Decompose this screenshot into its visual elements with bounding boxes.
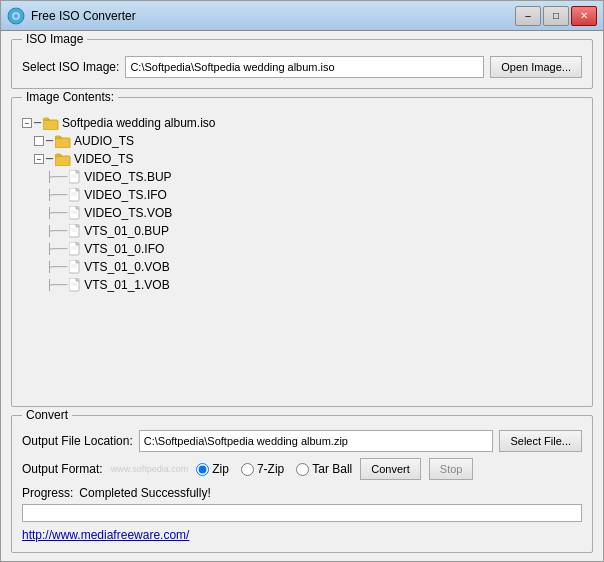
convert-group-label: Convert	[22, 408, 72, 422]
expand-icon[interactable]: −	[34, 154, 44, 164]
tree-item-label: VTS_01_0.VOB	[84, 258, 169, 276]
radio-label-zip: Zip	[212, 462, 229, 476]
tree-item-label: VIDEO_TS.VOB	[84, 204, 172, 222]
tree-item-label: VTS_01_1.VOB	[84, 276, 169, 294]
tree-item[interactable]: ├── VIDEO_TS.VOB	[22, 204, 582, 222]
file-icon	[69, 204, 81, 222]
content-area: ISO Image Select ISO Image: Open Image..…	[1, 31, 603, 561]
app-icon	[7, 7, 25, 25]
file-icon	[69, 276, 81, 294]
tree-item[interactable]: ├── VTS_01_0.VOB	[22, 258, 582, 276]
tree-item[interactable]: ├── VTS_01_0.BUP	[22, 222, 582, 240]
radio-zip[interactable]	[196, 463, 209, 476]
maximize-button[interactable]: □	[543, 6, 569, 26]
watermark-small: www.softpedia.com	[111, 464, 189, 474]
tree-item[interactable]: ├── VIDEO_TS.IFO	[22, 186, 582, 204]
main-window: Free ISO Converter – □ ✕ ISO Image Selec…	[0, 0, 604, 562]
convert-button[interactable]: Convert	[360, 458, 421, 480]
file-tree-prefix: ├──	[46, 222, 67, 240]
radio-option-tarball[interactable]: Tar Ball	[296, 462, 352, 476]
output-row: Output File Location: Select File...	[22, 430, 582, 452]
tree-item[interactable]: −─ Softpedia wedding album.iso	[22, 114, 582, 132]
iso-image-group: ISO Image Select ISO Image: Open Image..…	[11, 39, 593, 89]
image-contents-label: Image Contents:	[22, 90, 118, 104]
file-icon	[69, 258, 81, 276]
file-icon	[69, 186, 81, 204]
tree-item-label: VTS_01_0.BUP	[84, 222, 169, 240]
window-title: Free ISO Converter	[31, 9, 136, 23]
tree-item[interactable]: −─ VIDEO_TS	[22, 150, 582, 168]
radio-label-tarball: Tar Ball	[312, 462, 352, 476]
svg-point-2	[14, 14, 18, 18]
image-contents-group: Image Contents: −─ Softpedia wedding alb…	[11, 97, 593, 407]
format-row: Output Format: www.softpedia.com Zip7-Zi…	[22, 458, 582, 480]
window-controls: – □ ✕	[515, 6, 597, 26]
file-icon	[69, 222, 81, 240]
iso-path-input[interactable]	[125, 56, 484, 78]
tree-item-label: VIDEO_TS.BUP	[84, 168, 171, 186]
convert-group: Convert Output File Location: Select Fil…	[11, 415, 593, 553]
file-tree-prefix: ├──	[46, 204, 67, 222]
tree-item[interactable]: ├── VTS_01_1.VOB	[22, 276, 582, 294]
format-label: Output Format:	[22, 462, 103, 476]
tree-item-label: Softpedia wedding album.iso	[62, 114, 215, 132]
progress-row: Progress: Completed Successfully!	[22, 486, 582, 500]
folder-connector: ─	[46, 150, 53, 168]
folder-connector: ─	[34, 114, 41, 132]
radio-label-7zip: 7-Zip	[257, 462, 284, 476]
file-tree-prefix: ├──	[46, 168, 67, 186]
tree-item[interactable]: ├── VIDEO_TS.BUP	[22, 168, 582, 186]
expand-icon[interactable]: −	[22, 118, 32, 128]
radio-7zip[interactable]	[241, 463, 254, 476]
progress-label: Progress:	[22, 486, 73, 500]
radio-tarball[interactable]	[296, 463, 309, 476]
tree-item-label: AUDIO_TS	[74, 132, 134, 150]
file-tree-prefix: ├──	[46, 276, 67, 294]
file-tree-prefix: ├──	[46, 240, 67, 258]
progress-bar	[22, 504, 582, 522]
tree-item-label: VTS_01_0.IFO	[84, 240, 164, 258]
format-radio-group: Zip7-ZipTar Ball	[196, 462, 352, 476]
title-bar-left: Free ISO Converter	[7, 7, 136, 25]
radio-option-zip[interactable]: Zip	[196, 462, 229, 476]
file-icon	[69, 168, 81, 186]
link-row: http://www.mediafreeware.com/	[22, 528, 582, 542]
iso-field-label: Select ISO Image:	[22, 60, 119, 74]
tree-item[interactable]: ├── VTS_01_0.IFO	[22, 240, 582, 258]
folder-icon	[55, 150, 71, 168]
svg-rect-3	[43, 120, 58, 130]
tree-item-label: VIDEO_TS.IFO	[84, 186, 167, 204]
svg-rect-5	[55, 156, 70, 166]
stop-button[interactable]: Stop	[429, 458, 474, 480]
open-image-button[interactable]: Open Image...	[490, 56, 582, 78]
file-tree-prefix: ├──	[46, 258, 67, 276]
output-path-input[interactable]	[139, 430, 494, 452]
tree-item-label: VIDEO_TS	[74, 150, 133, 168]
folder-icon	[43, 114, 59, 132]
expand-icon[interactable]	[34, 136, 44, 146]
close-button[interactable]: ✕	[571, 6, 597, 26]
title-bar: Free ISO Converter – □ ✕	[1, 1, 603, 31]
iso-row: Select ISO Image: Open Image...	[22, 56, 582, 78]
minimize-button[interactable]: –	[515, 6, 541, 26]
tree-item[interactable]: ─ AUDIO_TS	[22, 132, 582, 150]
website-link[interactable]: http://www.mediafreeware.com/	[22, 528, 189, 542]
output-label: Output File Location:	[22, 434, 133, 448]
file-tree-prefix: ├──	[46, 186, 67, 204]
folder-icon	[55, 132, 71, 150]
folder-connector: ─	[46, 132, 53, 150]
file-icon	[69, 240, 81, 258]
radio-option-7zip[interactable]: 7-Zip	[241, 462, 284, 476]
select-file-button[interactable]: Select File...	[499, 430, 582, 452]
file-tree[interactable]: −─ Softpedia wedding album.iso─ AUDIO_TS…	[22, 112, 582, 296]
iso-group-label: ISO Image	[22, 32, 87, 46]
svg-rect-4	[55, 138, 70, 148]
progress-text: Completed Successfully!	[79, 486, 210, 500]
